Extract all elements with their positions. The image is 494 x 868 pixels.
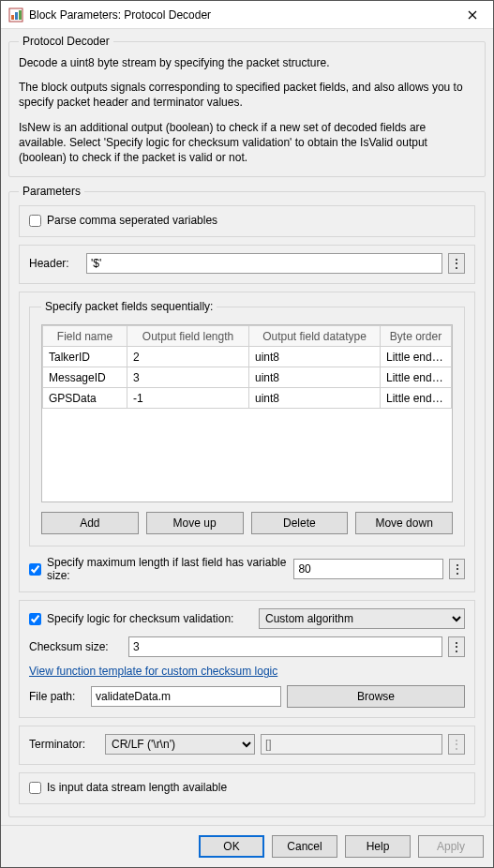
header-label: Header:: [29, 257, 81, 270]
maxlen-label-text: Specify maximum length if last field has…: [47, 556, 288, 582]
table-cell[interactable]: GPSData: [43, 388, 127, 409]
parameters-group: Parameters Parse comma seperated variabl…: [8, 185, 486, 817]
fields-table[interactable]: Field name Output field length Output fi…: [42, 325, 452, 409]
checksum-size-input[interactable]: [128, 636, 442, 657]
table-cell[interactable]: 2: [127, 347, 249, 367]
fields-legend: Specify packet fields sequentially:: [41, 300, 217, 313]
header-input[interactable]: [86, 253, 442, 274]
checksum-checkbox[interactable]: [29, 613, 41, 625]
col-output-length: Output field length: [127, 326, 249, 347]
checksum-algo-select[interactable]: Custom algorithm: [259, 608, 465, 629]
close-button[interactable]: [451, 1, 493, 29]
move-up-button[interactable]: Move up: [146, 512, 244, 534]
app-icon: [8, 7, 23, 22]
table-row[interactable]: GPSData-1uint8Little endian: [43, 388, 452, 409]
move-down-button[interactable]: Move down: [355, 512, 453, 534]
apply-button[interactable]: Apply: [418, 835, 484, 858]
table-header-row: Field name Output field length Output fi…: [43, 326, 452, 347]
dialog-footer: OK Cancel Help Apply: [1, 825, 493, 867]
titlebar: Block Parameters: Protocol Decoder: [1, 1, 493, 29]
checksum-size-more-button[interactable]: ⋮: [448, 636, 465, 657]
table-cell[interactable]: 3: [127, 367, 249, 388]
header-panel: Header: ⋮: [19, 245, 475, 284]
table-cell[interactable]: uint8: [249, 347, 381, 367]
col-field-name: Field name: [43, 326, 127, 347]
table-row[interactable]: TalkerID2uint8Little endian: [43, 347, 452, 367]
table-cell[interactable]: Little endian: [381, 347, 452, 367]
maxlen-row: Specify maximum length if last field has…: [29, 556, 465, 582]
csv-label-text: Parse comma seperated variables: [47, 214, 217, 227]
table-cell[interactable]: -1: [127, 388, 249, 409]
terminator-label: Terminator:: [29, 738, 99, 751]
checksum-size-label: Checksum size:: [29, 640, 123, 653]
description-p1: Decode a uint8 byte stream by specifying…: [19, 55, 475, 70]
table-cell[interactable]: Little endian: [381, 388, 452, 409]
add-button[interactable]: Add: [41, 512, 139, 534]
svg-rect-2: [15, 12, 18, 20]
svg-rect-3: [19, 10, 22, 20]
file-path-label: File path:: [29, 690, 85, 703]
description-p3: IsNew is an additional output (boolean) …: [19, 120, 475, 166]
checksum-template-link[interactable]: View function template for custom checks…: [29, 665, 277, 678]
terminator-custom-input: [261, 734, 442, 755]
stream-checkbox-label[interactable]: Is input data stream length available: [29, 781, 465, 794]
col-output-dtype: Output field datatype: [249, 326, 381, 347]
svg-rect-1: [11, 15, 14, 20]
table-button-row: Add Move up Delete Move down: [41, 512, 453, 534]
table-cell[interactable]: uint8: [249, 388, 381, 409]
cancel-button[interactable]: Cancel: [272, 835, 337, 858]
stream-checkbox[interactable]: [29, 782, 41, 794]
table-cell[interactable]: MessageID: [43, 367, 127, 388]
ok-button[interactable]: OK: [199, 835, 264, 858]
description-title: Protocol Decoder: [19, 35, 113, 48]
csv-panel: Parse comma seperated variables: [19, 205, 475, 237]
stream-label-text: Is input data stream length available: [47, 781, 227, 794]
table-row[interactable]: MessageID3uint8Little endian: [43, 367, 452, 388]
description-p2: The block outputs signals corresponding …: [19, 80, 475, 110]
maxlen-input[interactable]: [293, 559, 443, 579]
file-path-input[interactable]: [91, 686, 281, 707]
content: Protocol Decoder Decode a uint8 byte str…: [1, 29, 493, 825]
csv-checkbox[interactable]: [29, 215, 41, 227]
fields-table-wrap: Field name Output field length Output fi…: [41, 324, 453, 502]
table-cell[interactable]: Little endian: [381, 367, 452, 388]
terminator-more-button: ⋮: [448, 734, 465, 755]
terminator-select[interactable]: CR/LF ('\r\n'): [105, 734, 255, 755]
terminator-panel: Terminator: CR/LF ('\r\n') ⋮: [19, 726, 475, 765]
table-cell[interactable]: uint8: [249, 367, 381, 388]
header-more-button[interactable]: ⋮: [448, 253, 465, 274]
checksum-checkbox-label[interactable]: Specify logic for checksum validation:: [29, 612, 233, 625]
maxlen-checkbox-label[interactable]: Specify maximum length if last field has…: [29, 556, 288, 582]
browse-button[interactable]: Browse: [287, 685, 465, 708]
window-title: Block Parameters: Protocol Decoder: [29, 8, 451, 22]
maxlen-more-button[interactable]: ⋮: [449, 559, 465, 579]
table-cell[interactable]: TalkerID: [43, 347, 127, 367]
dialog-window: Block Parameters: Protocol Decoder Proto…: [0, 0, 494, 868]
description-group: Protocol Decoder Decode a uint8 byte str…: [8, 35, 486, 177]
parameters-title: Parameters: [19, 185, 84, 198]
maxlen-checkbox[interactable]: [29, 563, 41, 576]
checksum-label-text: Specify logic for checksum validation:: [47, 612, 233, 625]
delete-button[interactable]: Delete: [251, 512, 349, 534]
col-byte-order: Byte order: [381, 326, 452, 347]
fields-fieldset: Specify packet fields sequentially: Fiel…: [29, 300, 465, 546]
fields-panel: Specify packet fields sequentially: Fiel…: [19, 292, 475, 592]
help-button[interactable]: Help: [345, 835, 411, 858]
csv-checkbox-label[interactable]: Parse comma seperated variables: [29, 214, 465, 227]
checksum-panel: Specify logic for checksum validation: C…: [19, 600, 475, 718]
stream-panel: Is input data stream length available: [19, 772, 475, 804]
